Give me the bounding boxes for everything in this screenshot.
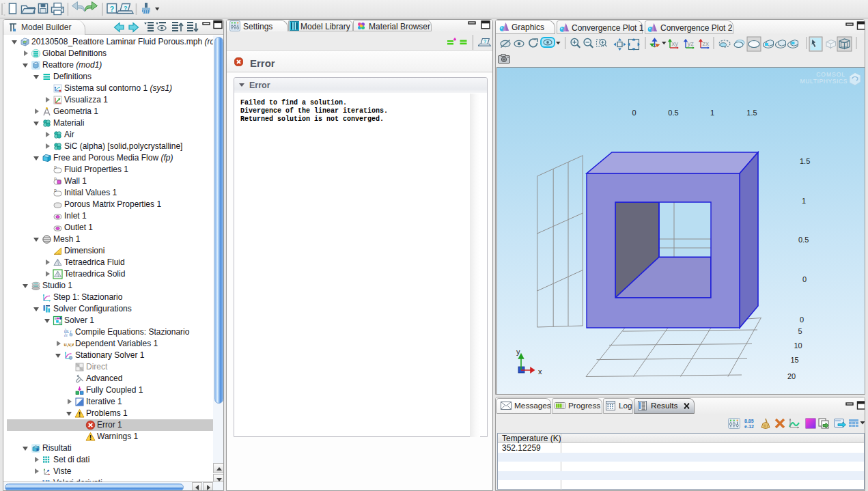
- svg-text:10: 10: [794, 341, 802, 350]
- svg-text:COMSOL: COMSOL: [816, 71, 845, 78]
- svg-text:1.5: 1.5: [746, 109, 757, 117]
- svg-text:D: D: [54, 165, 57, 169]
- svg-text:u,v,w: u,v,w: [64, 342, 74, 348]
- svg-text:0: 0: [632, 109, 636, 117]
- svg-text:D: D: [54, 188, 57, 192]
- svg-text:xy: xy: [672, 40, 679, 47]
- svg-text:1: 1: [802, 197, 806, 205]
- svg-text:20: 20: [787, 372, 796, 380]
- svg-text:zx: zx: [703, 40, 710, 47]
- svg-text:0.5: 0.5: [668, 109, 678, 117]
- svg-text:yz: yz: [688, 40, 695, 47]
- svg-text:MULTIPHYSICS: MULTIPHYSICS: [800, 78, 848, 85]
- svg-text:1.5: 1.5: [800, 157, 810, 165]
- svg-text:e-12: e-12: [744, 424, 754, 429]
- svg-text:y: y: [516, 348, 520, 356]
- svg-text:?: ?: [484, 39, 486, 44]
- svg-text:0: 0: [800, 315, 804, 324]
- svg-text:1: 1: [710, 109, 714, 117]
- svg-text:5: 5: [798, 327, 802, 335]
- svg-text:8.85: 8.85: [744, 419, 754, 423]
- svg-text:x: x: [538, 367, 542, 376]
- svg-text:0.5: 0.5: [798, 236, 809, 244]
- svg-text:?: ?: [110, 5, 115, 13]
- svg-text:∂u: ∂u: [64, 328, 68, 332]
- svg-text:D: D: [54, 176, 57, 180]
- svg-text:0: 0: [802, 275, 807, 283]
- svg-text:15: 15: [791, 356, 799, 364]
- svg-text:?: ?: [124, 5, 128, 12]
- svg-text:∂t: ∂t: [64, 333, 68, 337]
